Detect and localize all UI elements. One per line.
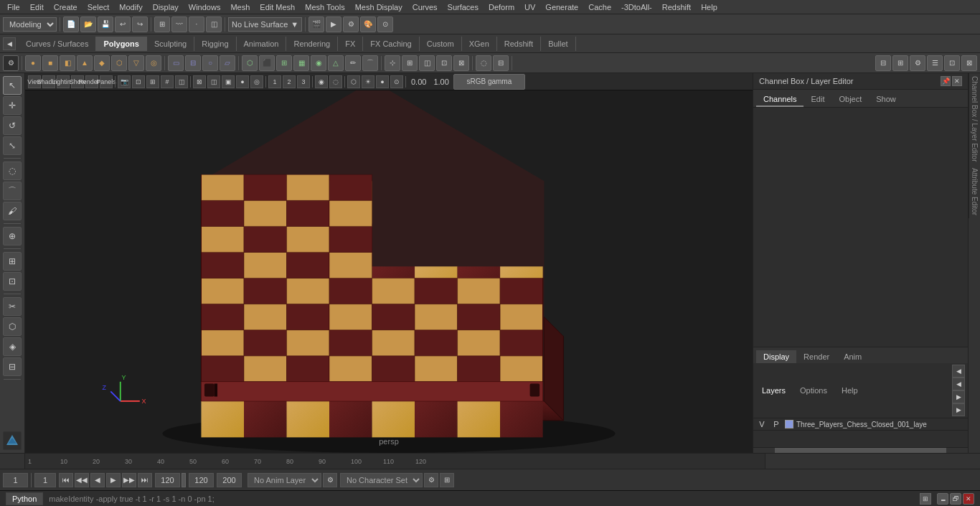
subdiv-btn[interactable]: ◎ [250,75,263,88]
xray-btn[interactable]: ◌ [329,75,342,88]
new-scene-btn[interactable]: 📄 [63,17,79,32]
sym-btn[interactable]: ⊟ [493,55,509,71]
menu-mesh-display[interactable]: Mesh Display [351,1,407,13]
sphere-btn[interactable]: ● [25,55,41,71]
quality-hi-btn[interactable]: 3 [297,75,310,88]
cylinder-btn[interactable]: ⬡ [111,55,127,71]
menu-edit-mesh[interactable]: Edit Mesh [255,1,299,13]
win-max-btn[interactable]: 🗗 [950,493,961,505]
tab-bullet[interactable]: Bullet [541,37,576,51]
bevel-btn[interactable]: ◈ [3,337,22,356]
render-settings-btn[interactable]: ⚙ [343,17,359,32]
snap-point-btn[interactable]: · [189,17,204,32]
face-mode-btn[interactable]: ◫ [419,55,435,71]
channel-box-close-btn[interactable]: ✕ [952,76,962,86]
quality-low-btn[interactable]: 1 [268,75,281,88]
tab-object[interactable]: Object [831,93,869,107]
step-back-btn[interactable]: ◀ [90,473,105,487]
pyramid-btn[interactable]: ▲ [77,55,93,71]
flat-btn[interactable]: ▣ [222,75,235,88]
region-select-btn[interactable]: ⊡ [3,272,22,291]
menu-help[interactable]: Help [697,1,722,13]
skip-end-btn[interactable]: ⏭ [138,473,152,487]
range-max-input[interactable] [189,473,214,487]
tool-settings-icon[interactable]: ⚙ [910,55,925,71]
menu-generate[interactable]: Generate [541,1,583,13]
circle-btn[interactable]: ⊙ [377,17,393,32]
tab-edit[interactable]: Edit [804,93,831,107]
tab-polygons[interactable]: Polygons [96,37,147,51]
viewport3-icon[interactable]: ⊠ [961,55,977,71]
edge-mode-btn[interactable]: ⊞ [402,55,418,71]
char-set-extra-btn[interactable]: ⊞ [440,473,454,487]
save-scene-btn[interactable]: 💾 [98,17,113,32]
hypershade-btn[interactable]: 🎨 [360,17,376,32]
soft-select-btn[interactable]: ◌ [476,55,491,71]
isolate-btn[interactable]: ◉ [315,75,328,88]
layer-scrollbar-container[interactable] [753,447,968,453]
live-surface-dropdown[interactable]: No Live Surface ▼ [228,17,302,32]
menu-edit[interactable]: Edit [26,1,48,13]
poly-cube-btn[interactable]: ⬛ [259,55,275,71]
tab-show[interactable]: Show [869,93,903,107]
scale-tool-btn[interactable]: ⤡ [3,136,22,155]
status-icon-btn[interactable]: ⊞ [920,493,931,505]
range-total-input[interactable] [217,473,242,487]
layer-next-btn[interactable]: ▶ [952,390,965,403]
hud-btn[interactable]: ◫ [175,75,188,88]
menu-modify[interactable]: Modify [115,1,146,13]
cube-btn[interactable]: ■ [42,55,58,71]
layer-v-btn[interactable]: V [756,420,768,428]
skip-start-btn[interactable]: ⏮ [59,473,73,487]
ep-curve-btn[interactable]: ⌒ [362,55,378,71]
menu-cache[interactable]: Cache [584,1,616,13]
poly-sphere-btn[interactable]: ⬡ [242,55,258,71]
cv-curve-btn[interactable]: ✏ [345,55,361,71]
lighting-menu-btn[interactable]: Lighting [57,75,70,88]
prev-frame-btn[interactable]: ◀◀ [75,473,89,487]
menu-deform[interactable]: Deform [484,1,519,13]
redo-btn[interactable]: ↪ [132,17,148,32]
shadow-btn[interactable]: ● [376,75,389,88]
frame-start-input[interactable] [34,473,56,487]
attr-editor-icon[interactable]: ⊞ [892,55,908,71]
wire-btn[interactable]: ⊠ [193,75,206,88]
poly-torus-btn[interactable]: ◉ [311,55,326,71]
cam-bookmarks-btn[interactable]: 📷 [118,75,131,88]
ls-tab-options[interactable]: Options [794,385,833,396]
menu-surfaces[interactable]: Surfaces [443,1,483,13]
workspace-select[interactable]: Modeling [3,17,57,32]
resolution-gate-btn[interactable]: ⊞ [146,75,159,88]
le-tab-anim[interactable]: Anim [837,350,869,363]
char-set-select[interactable]: No Character Set [340,473,423,487]
colorspace-dropdown[interactable]: sRGB gamma [453,74,525,90]
python-tab[interactable]: Python [6,492,43,505]
tab-custom[interactable]: Custom [420,37,462,51]
menu-mesh[interactable]: Mesh [226,1,254,13]
box-btn[interactable]: ◧ [60,55,75,71]
poly-cone-btn[interactable]: △ [328,55,344,71]
vertex-mode-btn[interactable]: ⊹ [385,55,400,71]
snap-grid-btn[interactable]: ⊞ [154,17,170,32]
layer-p-btn[interactable]: P [771,420,782,428]
tab-animation[interactable]: Animation [237,37,287,51]
texture-btn[interactable]: ⬡ [347,75,360,88]
smooth-wire-btn[interactable]: ◫ [207,75,220,88]
menu-file[interactable]: File [3,1,24,13]
nurbs-cube-btn[interactable]: ⊟ [185,55,201,71]
tab-xgen[interactable]: XGen [462,37,497,51]
bridge-btn[interactable]: ⊟ [3,357,22,376]
multi-cut-btn[interactable]: ✂ [3,297,22,316]
snap-mode-btn[interactable]: ⊞ [3,252,22,271]
nurbs-sphere-btn[interactable]: ○ [202,55,218,71]
channel-box-icon[interactable]: ⊟ [875,55,891,71]
tab-fx[interactable]: FX [338,37,363,51]
tab-curves-surfaces[interactable]: Curves / Surfaces [19,37,96,51]
show-manip-btn[interactable]: ⊕ [3,227,22,245]
char-set-settings-btn[interactable]: ⚙ [424,473,438,487]
layer-prev-btn[interactable]: ◀ [952,365,965,378]
anim-layer-settings-btn[interactable]: ⚙ [323,473,337,487]
le-tab-display[interactable]: Display [756,350,796,363]
snap-surface-btn[interactable]: ◫ [206,17,222,32]
octahedron-btn[interactable]: ◆ [94,55,110,71]
